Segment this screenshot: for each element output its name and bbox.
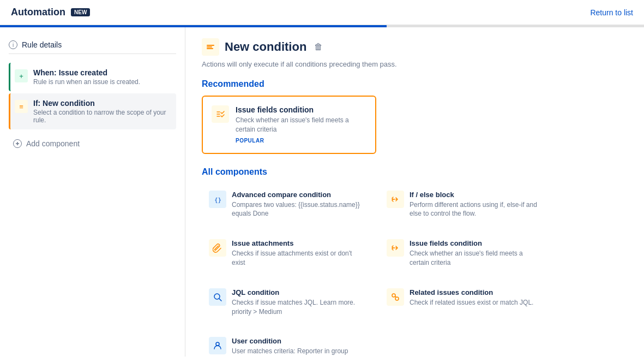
page-header: New condition 🗑 — [202, 38, 628, 56]
svg-point-7 — [216, 342, 219, 346]
related-issues-content: Related issues condition Check if relate… — [410, 288, 533, 307]
trigger-content: When: Issue created Rule is run when an … — [33, 68, 140, 86]
condition-title: If: New condition — [33, 99, 172, 108]
advanced-compare-content: Advanced compare condition Compares two … — [232, 191, 366, 219]
jql-desc: Checks if issue matches JQL. Learn more.… — [232, 298, 366, 317]
component-issue-attachments[interactable]: Issue attachments Checks if issue attach… — [202, 232, 373, 275]
info-icon: i — [9, 40, 17, 49]
page-header-icon — [202, 38, 219, 56]
sidebar-condition-item[interactable]: ≡ If: New condition Select a condition t… — [9, 93, 176, 129]
trigger-title: When: Issue created — [33, 68, 140, 77]
app-title: Automation — [11, 7, 65, 18]
return-to-list-link[interactable]: Return to list — [590, 8, 633, 17]
components-grid: {} Advanced compare condition Compares t… — [202, 183, 551, 357]
related-issues-icon — [387, 288, 404, 306]
jql-title: JQL condition — [232, 288, 366, 296]
advanced-compare-icon: {} — [209, 191, 226, 208]
user-condition-title: User condition — [232, 337, 366, 345]
advanced-compare-title: Advanced compare condition — [232, 191, 366, 199]
svg-rect-2 — [207, 45, 214, 46]
recommended-card-desc: Check whether an issue's field meets a c… — [236, 116, 366, 134]
advanced-compare-desc: Compares two values: {{issue.status.name… — [232, 200, 366, 219]
issue-fields-icon — [387, 239, 404, 257]
if-else-content: If / else block Perform different action… — [410, 191, 544, 219]
recommended-section-title: Recommended — [202, 79, 628, 89]
header-left: Automation NEW — [11, 7, 90, 18]
if-else-title: If / else block — [410, 191, 544, 199]
component-related-issues[interactable]: Related issues condition Check if relate… — [380, 281, 551, 324]
add-component-label: Add component — [26, 139, 80, 148]
progress-bar-fill — [0, 25, 387, 27]
main-content: New condition 🗑 Actions will only execut… — [185, 27, 644, 357]
add-circle-icon — [13, 139, 22, 148]
app-header: Automation NEW Return to list — [0, 0, 644, 25]
if-else-desc: Perform different actions using if, else… — [410, 200, 544, 219]
user-condition-desc: User matches criteria: Reporter in group… — [232, 347, 366, 357]
recommended-card-icon — [212, 105, 229, 123]
svg-rect-4 — [207, 48, 213, 49]
rule-details-item[interactable]: i Rule details — [9, 36, 176, 54]
jql-icon — [209, 288, 226, 306]
recommended-card[interactable]: Issue fields condition Check whether an … — [202, 96, 376, 154]
sidebar: i Rule details + When: Issue created Rul… — [0, 27, 185, 357]
component-user-condition[interactable]: User condition User matches criteria: Re… — [202, 330, 373, 357]
trigger-icon: + — [15, 69, 28, 82]
main-layout: i Rule details + When: Issue created Rul… — [0, 27, 644, 357]
recommended-card-title: Issue fields condition — [236, 105, 366, 114]
recommended-card-content: Issue fields condition Check whether an … — [236, 105, 366, 144]
if-else-icon — [387, 191, 404, 208]
issue-attachments-content: Issue attachments Checks if issue attach… — [232, 239, 366, 268]
condition-content: If: New condition Select a condition to … — [33, 99, 172, 124]
delete-icon[interactable]: 🗑 — [314, 42, 323, 52]
popular-badge: POPULAR — [236, 138, 264, 144]
component-issue-fields[interactable]: Issue fields condition Check whether an … — [380, 232, 551, 275]
issue-attachments-icon — [209, 239, 226, 257]
condition-desc: Select a condition to narrow the scope o… — [33, 109, 172, 124]
user-condition-content: User condition User matches criteria: Re… — [232, 337, 366, 357]
component-if-else[interactable]: If / else block Perform different action… — [380, 183, 551, 226]
all-components-title: All components — [202, 167, 628, 177]
jql-content: JQL condition Checks if issue matches JQ… — [232, 288, 366, 317]
issue-fields-title: Issue fields condition — [410, 239, 544, 247]
condition-icon: ≡ — [15, 100, 28, 113]
sidebar-trigger-item[interactable]: + When: Issue created Rule is run when a… — [9, 63, 176, 91]
svg-text:{}: {} — [214, 197, 221, 204]
issue-attachments-title: Issue attachments — [232, 239, 366, 247]
related-issues-title: Related issues condition — [410, 288, 533, 296]
page-subtitle: Actions will only execute if all conditi… — [202, 60, 628, 68]
progress-bar — [0, 25, 644, 27]
new-badge: NEW — [71, 8, 90, 16]
component-advanced-compare[interactable]: {} Advanced compare condition Compares t… — [202, 183, 373, 226]
related-issues-desc: Check if related issues exist or match J… — [410, 298, 533, 307]
component-jql[interactable]: JQL condition Checks if issue matches JQ… — [202, 281, 373, 324]
rule-details-label: Rule details — [22, 40, 62, 49]
issue-fields-desc: Check whether an issue's field meets a c… — [410, 249, 544, 268]
svg-rect-3 — [207, 46, 212, 48]
add-component-button[interactable]: Add component — [9, 134, 176, 153]
trigger-desc: Rule is run when an issue is created. — [33, 78, 140, 86]
page-title: New condition — [225, 40, 306, 54]
issue-attachments-desc: Checks if issue attachments exist or don… — [232, 249, 366, 268]
user-condition-icon — [209, 337, 226, 354]
issue-fields-content: Issue fields condition Check whether an … — [410, 239, 544, 268]
